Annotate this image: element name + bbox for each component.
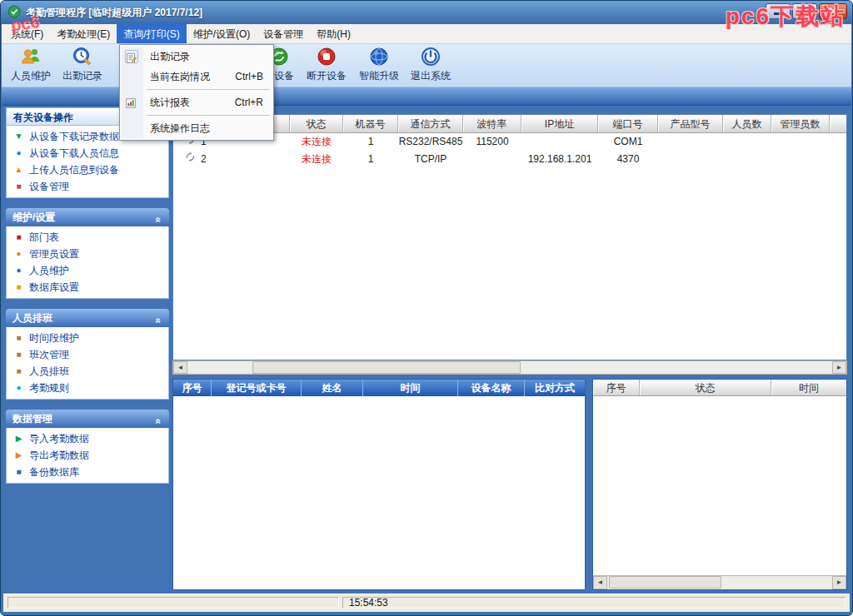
scroll-right-button[interactable]: ► xyxy=(832,576,846,589)
sidebar-item-personnel-maintenance[interactable]: ● 人员维护 xyxy=(7,262,168,279)
device-comm-mode: RS232/RS485 xyxy=(398,133,463,151)
toolbar-button-label: 退出系统 xyxy=(411,69,451,83)
collapse-icon[interactable]: « xyxy=(150,217,168,223)
col-filler xyxy=(830,115,846,132)
menu-device-management[interactable]: 设备管理 xyxy=(257,24,310,43)
device-model xyxy=(658,133,723,151)
titlebar[interactable]: 考勤管理程序 [临时超级用户 2017/7/12] xyxy=(1,1,852,24)
query-print-menu: 出勤记录 当前在岗情况 Ctrl+B 统计报表 Ctrl+R 系统操作日志 xyxy=(119,44,274,141)
sidebar-item-personnel-scheduling[interactable]: ■ 人员排班 xyxy=(7,363,168,380)
backup-icon: ■ xyxy=(13,468,24,476)
sidebar-item-upload-personnel[interactable]: ▲ 上传人员信息到设备 xyxy=(7,161,168,178)
sidebar-item-label: 人员排班 xyxy=(29,365,69,379)
shift-icon: ■ xyxy=(13,350,24,359)
collapse-icon[interactable]: « xyxy=(150,419,168,425)
menu-item-current-on-duty[interactable]: 当前在岗情况 Ctrl+B xyxy=(120,67,273,87)
scroll-right-button[interactable]: ► xyxy=(832,361,846,374)
sidebar-item-label: 从设备下载人员信息 xyxy=(29,147,119,161)
table-row[interactable]: 1 未连接 1 RS232/RS485 115200 COM1 xyxy=(173,133,846,151)
upload-personnel-icon: ▲ xyxy=(13,166,24,174)
sidebar-item-admin-settings[interactable]: ● 管理员设置 xyxy=(7,246,168,262)
sidebar-item-database-settings[interactable]: ■ 数据库设置 xyxy=(7,279,168,296)
menu-separator xyxy=(147,115,270,116)
clock-time: 15:54:53 xyxy=(349,597,388,609)
toolbar-personnel-maintenance-button[interactable]: 人员维护 xyxy=(5,46,57,86)
menubar: 系统(F) 考勤处理(E) 查询/打印(S) 维护/设置(O) 设备管理 帮助(… xyxy=(2,24,851,44)
people-icon xyxy=(20,46,42,67)
scroll-left-button[interactable]: ◄ xyxy=(593,576,607,589)
col-comm-mode: 通信方式 xyxy=(398,115,463,132)
device-machine-no: 1 xyxy=(343,151,398,168)
report-icon xyxy=(125,96,138,109)
maximize-button[interactable] xyxy=(792,3,817,19)
device-admin-count xyxy=(771,133,830,151)
close-button[interactable] xyxy=(819,3,847,19)
sidebar: 有关设备操作 ▼ 从设备下载记录数据 ● 从设备下载人员信息 ▲ 上传人员信息到… xyxy=(6,107,169,484)
export-icon: ▶ xyxy=(13,451,24,460)
menu-item-shortcut: Ctrl+B xyxy=(235,67,263,87)
toolbar-exit-system-button[interactable]: 退出系统 xyxy=(405,46,456,86)
menu-separator xyxy=(147,89,270,90)
device-status: 未连接 xyxy=(290,151,343,168)
sidebar-item-time-period[interactable]: ■ 时间段维护 xyxy=(7,330,168,346)
toolbar-button-label: 人员维护 xyxy=(11,69,51,83)
sidebar-item-label: 考勤规则 xyxy=(29,381,69,395)
toolbar-smart-upgrade-button[interactable]: 智能升级 xyxy=(353,46,405,86)
menu-item-shortcut: Ctrl+R xyxy=(235,92,263,112)
scrollbar-thumb[interactable] xyxy=(252,361,521,374)
attendance-records-table: 序号 登记号或卡号 姓名 时间 设备名称 比对方式 xyxy=(172,379,586,590)
sidebar-item-backup-database[interactable]: ■ 备份数据库 xyxy=(7,464,168,480)
sidebar-item-label: 管理员设置 xyxy=(29,247,79,261)
toolbar-attendance-record-button[interactable]: 出勤记录 xyxy=(57,46,108,86)
menu-system[interactable]: 系统(F) xyxy=(4,24,50,43)
sidebar-item-device-management[interactable]: ■ 设备管理 xyxy=(7,178,168,195)
toolbar-button-label: 出勤记录 xyxy=(62,69,102,83)
menu-query-print[interactable]: 查询/打印(S) xyxy=(117,24,186,43)
col-status: 状态 xyxy=(290,115,343,132)
download-personnel-icon: ● xyxy=(13,149,24,157)
sidebar-section-scheduling[interactable]: 人员排班 « xyxy=(6,309,169,327)
menu-item-label: 统计报表 xyxy=(150,97,190,108)
personnel-icon: ● xyxy=(13,266,24,275)
sidebar-section-maintenance[interactable]: 维护/设置 « xyxy=(6,208,169,226)
rules-icon: ● xyxy=(13,384,24,392)
menu-help[interactable]: 帮助(H) xyxy=(310,24,357,43)
sidebar-item-download-personnel[interactable]: ● 从设备下载人员信息 xyxy=(7,145,168,161)
col-machine-no: 机器号 xyxy=(343,115,398,132)
clock-record-icon xyxy=(72,46,93,67)
sidebar-item-import-data[interactable]: ▶ 导入考勤数据 xyxy=(7,430,168,447)
toolbar-disconnect-device-button[interactable]: 断开设备 xyxy=(301,46,352,86)
col-time: 时间 xyxy=(771,380,846,395)
window-controls xyxy=(766,3,847,19)
menu-item-statistics-report[interactable]: 统计报表 Ctrl+R xyxy=(120,92,273,112)
col-serial-no: 序号 xyxy=(593,380,640,395)
sidebar-item-label: 导入考勤数据 xyxy=(29,432,89,446)
app-window: 考勤管理程序 [临时超级用户 2017/7/12] 系统(F) 考勤处理(E) … xyxy=(0,0,853,616)
scroll-left-button[interactable]: ◄ xyxy=(173,361,187,374)
menu-item-label: 出勤记录 xyxy=(150,51,190,62)
collapse-icon[interactable]: « xyxy=(150,318,168,324)
disconnect-device-icon xyxy=(316,46,337,67)
database-icon: ■ xyxy=(13,283,24,291)
sidebar-group-scheduling: ■ 时间段维护 ■ 班次管理 ■ 人员排班 ● 考勤规则 xyxy=(6,327,169,400)
minimize-button[interactable] xyxy=(766,3,791,19)
menu-item-system-operation-log[interactable]: 系统操作日志 xyxy=(120,118,273,138)
sidebar-group-data-management: ▶ 导入考勤数据 ▶ 导出考勤数据 ■ 备份数据库 xyxy=(6,428,169,484)
sidebar-section-title: 人员排班 xyxy=(12,312,52,324)
menu-attendance-processing[interactable]: 考勤处理(E) xyxy=(50,24,117,43)
device-baud-rate xyxy=(463,151,521,168)
sidebar-section-data-management[interactable]: 数据管理 « xyxy=(6,410,169,428)
table-row[interactable]: 2 未连接 1 TCP/IP 192.168.1.201 4370 xyxy=(173,151,846,168)
device-port: 4370 xyxy=(598,151,658,168)
device-sync-icon xyxy=(185,151,196,168)
sidebar-item-attendance-rules[interactable]: ● 考勤规则 xyxy=(7,380,168,396)
col-verify-mode: 比对方式 xyxy=(525,380,585,396)
sidebar-item-export-data[interactable]: ▶ 导出考勤数据 xyxy=(7,447,168,464)
menu-item-attendance-record[interactable]: 出勤记录 xyxy=(120,47,273,67)
sidebar-item-department-table[interactable]: ■ 部门表 xyxy=(7,229,168,246)
scrollbar-thumb[interactable] xyxy=(609,576,721,589)
main-horizontal-scrollbar: ◄ ► xyxy=(172,360,847,375)
admin-settings-icon: ● xyxy=(13,250,24,258)
sidebar-item-shift-management[interactable]: ■ 班次管理 xyxy=(7,346,168,363)
menu-maintenance-settings[interactable]: 维护/设置(O) xyxy=(187,24,257,43)
